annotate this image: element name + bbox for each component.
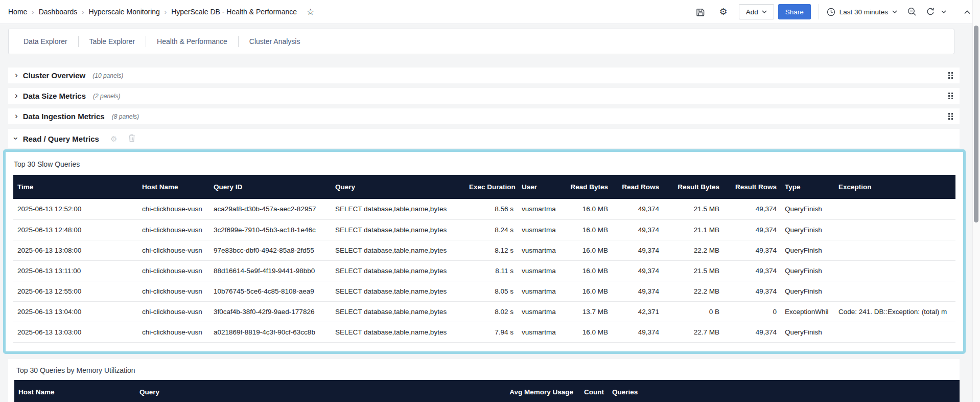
scroll-to-top-chevron-icon[interactable] xyxy=(964,8,970,16)
refresh-interval-chevron-icon[interactable] xyxy=(941,10,946,13)
drag-handle-icon[interactable] xyxy=(948,113,953,120)
table-cell-type: QueryFinish xyxy=(781,199,834,219)
section-panel-count: (10 panels) xyxy=(92,72,123,79)
table-cell-read_bytes: 16.0 MB xyxy=(565,281,612,301)
table-cell-query: SELECT database,table,name,bytes xyxy=(331,219,465,240)
share-button[interactable]: Share xyxy=(778,4,811,19)
breadcrumb-home[interactable]: Home xyxy=(8,8,27,16)
drag-handle-icon[interactable] xyxy=(948,93,953,99)
column-header-query_id[interactable]: Query ID xyxy=(209,175,331,199)
table-cell-query: SELECT database,table,name,bytes xyxy=(331,260,465,281)
time-range-label: Last 30 minutes xyxy=(839,8,888,16)
time-range-picker[interactable]: Last 30 minutes xyxy=(827,8,897,16)
table-cell-read_bytes: 16.0 MB xyxy=(565,219,612,240)
table-cell-read_bytes: 16.0 MB xyxy=(565,240,612,260)
table-cell-query: SELECT database,table,name,bytes xyxy=(331,322,465,342)
table-cell-exec_duration: 8.02 s xyxy=(465,301,518,322)
tab-data-explorer[interactable]: Data Explorer xyxy=(21,37,78,46)
table-cell-exception xyxy=(834,322,955,342)
section-title: Read / Query Metrics xyxy=(23,135,99,143)
page-scrollbar[interactable] xyxy=(972,0,980,402)
table-cell-result_rows: 49,374 xyxy=(724,219,781,240)
table-cell-result_rows: 49,374 xyxy=(724,260,781,281)
table-cell-result_bytes: 22.2 MB xyxy=(663,240,724,260)
table-cell-exception xyxy=(834,240,955,260)
table-cell-result_bytes: 21.1 MB xyxy=(663,219,724,240)
column-header-host[interactable]: Host Name xyxy=(138,175,209,199)
column-header-queries[interactable]: Queries xyxy=(608,380,960,402)
breadcrumb: Home › Dashboards › Hyperscale Monitorin… xyxy=(8,8,314,16)
column-header-avg_memory[interactable]: Avg Memory Usage xyxy=(496,380,577,402)
table-cell-host: chi-clickhouse-vusn xyxy=(138,301,209,322)
column-header-result_bytes[interactable]: Result Bytes xyxy=(663,175,724,199)
section-data-size-metrics[interactable]: › Data Size Metrics (2 panels) xyxy=(8,88,960,104)
column-header-user[interactable]: User xyxy=(518,175,565,199)
table-cell-user: vusmartma xyxy=(518,281,565,301)
column-header-query[interactable]: Query xyxy=(135,380,496,402)
table-cell-user: vusmartma xyxy=(518,322,565,342)
table-cell-query_id: 3c2f699e-7910-45b3-ac18-1e46c xyxy=(209,219,331,240)
tab-health-performance[interactable]: Health & Performance xyxy=(146,37,238,46)
section-title: Data Size Metrics xyxy=(23,92,86,100)
refresh-icon[interactable] xyxy=(926,7,935,16)
table-cell-user: vusmartma xyxy=(518,240,565,260)
table-cell-read_rows: 42,371 xyxy=(612,301,663,322)
section-actions: ⚙ xyxy=(110,134,135,144)
table-cell-read_rows: 49,374 xyxy=(612,219,663,240)
time-zoom-out-icon[interactable] xyxy=(907,7,917,16)
column-header-time[interactable]: Time xyxy=(13,175,138,199)
table-cell-query_id: 97e83bcc-dbf0-4942-85a8-2fd55 xyxy=(209,240,331,260)
table-cell-result_rows: 49,374 xyxy=(724,281,781,301)
table-row: 2025-06-13 13:03:00chi-clickhouse-vusna0… xyxy=(13,322,955,342)
breadcrumb-folder[interactable]: Hyperscale Monitoring xyxy=(89,8,160,16)
column-header-host[interactable]: Host Name xyxy=(14,380,135,402)
table-cell-exception xyxy=(834,219,955,240)
table-cell-time: 2025-06-13 12:55:00 xyxy=(13,281,138,301)
column-header-read_bytes[interactable]: Read Bytes xyxy=(565,175,612,199)
clock-icon xyxy=(827,8,835,16)
table-row: 2025-06-13 12:48:00chi-clickhouse-vusn3c… xyxy=(13,219,955,240)
section-read-query-metrics[interactable]: › Read / Query Metrics ⚙ xyxy=(8,129,960,148)
table-cell-time: 2025-06-13 12:52:00 xyxy=(13,199,138,219)
tab-table-explorer[interactable]: Table Explorer xyxy=(79,37,146,46)
table-cell-query: SELECT database,table,name,bytes xyxy=(331,281,465,301)
section-delete-trash-icon[interactable] xyxy=(128,134,135,144)
column-header-query[interactable]: Query xyxy=(331,175,465,199)
table-cell-type: QueryFinish xyxy=(781,322,834,342)
chevron-down-icon: › xyxy=(12,137,20,140)
column-header-exception[interactable]: Exception xyxy=(834,175,955,199)
section-settings-gear-icon[interactable]: ⚙ xyxy=(110,135,117,143)
table-row: 2025-06-13 12:55:00chi-clickhouse-vusn10… xyxy=(13,281,955,301)
table-cell-result_rows: 49,374 xyxy=(724,322,781,342)
toolbar-actions: ⚙ Add Share Last 30 minutes xyxy=(696,4,946,19)
breadcrumb-separator: › xyxy=(82,8,84,16)
drag-handle-icon[interactable] xyxy=(948,72,953,79)
section-cluster-overview[interactable]: › Cluster Overview (10 panels) xyxy=(8,68,960,83)
dashboard-body: Data Explorer Table Explorer Health & Pe… xyxy=(0,24,972,402)
column-header-count[interactable]: Count xyxy=(577,380,608,402)
column-header-result_rows[interactable]: Result Rows xyxy=(724,175,781,199)
favorite-star-icon[interactable]: ☆ xyxy=(307,8,314,16)
column-header-type[interactable]: Type xyxy=(781,175,834,199)
table-cell-result_bytes: 21.5 MB xyxy=(663,199,724,219)
table-cell-query_id: aca29af8-d30b-457a-aec2-82957 xyxy=(209,199,331,219)
tab-cluster-analysis[interactable]: Cluster Analysis xyxy=(239,37,311,46)
column-header-read_rows[interactable]: Read Rows xyxy=(612,175,663,199)
table-cell-exception xyxy=(834,281,955,301)
panel-title-memory-queries[interactable]: Top 30 Queries by Memory Utilization xyxy=(8,359,960,380)
column-header-exec_duration[interactable]: Exec Duration xyxy=(465,175,518,199)
chevron-down-icon xyxy=(892,10,897,13)
dashboard-settings-gear-icon[interactable]: ⚙ xyxy=(719,7,727,16)
breadcrumb-dashboards[interactable]: Dashboards xyxy=(39,8,78,16)
save-dashboard-icon[interactable] xyxy=(696,7,706,17)
panel-title-slow-queries[interactable]: Top 30 Slow Queries xyxy=(6,152,963,175)
section-data-ingestion-metrics[interactable]: › Data Ingestion Metrics (8 panels) xyxy=(8,108,960,124)
table-cell-user: vusmartma xyxy=(518,219,565,240)
add-button[interactable]: Add xyxy=(739,4,774,19)
table-cell-type: QueryFinish xyxy=(781,240,834,260)
slow-queries-table: TimeHost NameQuery IDQueryExec DurationU… xyxy=(13,175,955,343)
scrollbar-thumb[interactable] xyxy=(974,26,978,222)
memory-queries-table: Host NameQueryAvg Memory UsageCountQueri… xyxy=(14,380,960,402)
table-row: 2025-06-13 13:11:00chi-clickhouse-vusn88… xyxy=(13,260,955,281)
table-cell-host: chi-clickhouse-vusn xyxy=(138,260,209,281)
